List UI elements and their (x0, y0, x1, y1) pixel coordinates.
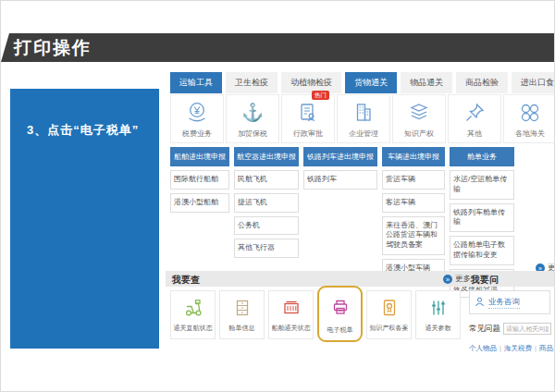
category-enterprise-management[interactable]: 企业管理 (337, 94, 390, 143)
menu-item[interactable]: 国际航行船舶 (170, 170, 229, 190)
page-title: 打印操作 (14, 36, 92, 60)
menu-item[interactable]: 水运/空运舱单传输 (450, 170, 514, 200)
section-vehicle-declaration: 车辆进出境申报 货运车辆 客运车辆 来往香港、澳门公路货运车辆和驾驶员备案 港澳… (382, 147, 445, 278)
customs-portal: 运输工具 卫生检疫 动植物检疫 货物通关 物品通关 商品检验 进出口食品 税费业… (166, 69, 555, 365)
tab-articles-clearance[interactable]: 物品通关 (401, 72, 452, 93)
category-tax-business[interactable]: 税费业务 (170, 94, 224, 143)
menu-item[interactable]: 公务机 (234, 216, 299, 236)
section-header[interactable]: 航空器进出境申报 (234, 147, 299, 166)
person-icon (475, 294, 485, 311)
printer-icon (330, 297, 351, 321)
query-label: 通关参数 (426, 324, 451, 333)
category-administrative-approval[interactable]: 热门 行政审批 (281, 94, 335, 143)
category-label: 知识产权 (404, 129, 434, 139)
scooter-icon (183, 298, 204, 322)
sliders-icon (428, 298, 449, 322)
section-aircraft-declaration: 航空器进出境申报 民航飞机 捷运飞机 公务机 其他飞行器 (234, 147, 299, 258)
tutorial-slide: 打印操作 3、点击“电子税单” 运输工具 卫生检疫 动植物检疫 货物通关 物品通… (0, 0, 555, 392)
tab-commodity-inspection[interactable]: 商品检验 (456, 72, 508, 93)
query-vessel-clearance-status[interactable]: 船舶通关状态 (268, 290, 314, 339)
four-circles-icon (518, 100, 542, 125)
category-processing-trade-bonded[interactable]: ⚓ 加贸保税 (226, 94, 279, 143)
section-header[interactable]: 舱单业务 (450, 147, 514, 166)
menu-item[interactable]: 公路舱单电子数据传输和变更 (450, 236, 514, 265)
hot-badge: 热门 (312, 91, 329, 100)
tab-goods-clearance[interactable]: 货物通关 (345, 72, 397, 93)
menu-item[interactable]: 客运车辆 (382, 193, 445, 213)
category-label: 税费业务 (182, 129, 212, 139)
query-electronic-tax-bill[interactable]: 电子税单 (317, 286, 363, 342)
query-manifest-info[interactable]: 舱单信息 (219, 290, 265, 339)
menu-item[interactable]: 货运车辆 (382, 170, 445, 190)
menu-item[interactable]: 铁路列车舱单传输 (450, 203, 514, 233)
query-clearance-status[interactable]: 通关直航状态 (170, 290, 216, 339)
stacked-layers-icon (407, 100, 431, 125)
tab-health-quarantine[interactable]: 卫生检疫 (226, 72, 278, 93)
link-separator: | (535, 344, 536, 353)
category-label: 其他 (467, 129, 482, 139)
faq-label: 常见问题 (469, 324, 500, 335)
hot-link-personal-items[interactable]: 个人物品 (469, 344, 497, 353)
file-cabinet-icon (232, 298, 253, 322)
more-label: 更多 (455, 274, 471, 285)
more-circle-icon (443, 275, 452, 284)
more-link[interactable]: 更多 (443, 274, 471, 285)
category-icon-row: 税费业务 ⚓ 加贸保税 热门 行政审批 (170, 94, 555, 143)
hot-link-customs-tax[interactable]: 海关税费 (504, 344, 532, 353)
category-intellectual-property[interactable]: 知识产权 (392, 94, 446, 143)
hot-question-links: 个人物品 | 海关税费 | 商品归类 (469, 344, 555, 353)
category-label: 各地海关 (515, 129, 545, 139)
query-label: 电子税单 (327, 325, 353, 335)
ask-panel: 业务咨询 常见问题 个人物品 | 海关税费 | 商品归类 (469, 290, 555, 353)
step-panel: 3、点击“电子税单” (10, 89, 159, 349)
menu-item[interactable]: 港澳小型船舶 (170, 193, 229, 213)
menu-item[interactable]: 来往香港、澳门公路货运车辆和驾驶员备案 (382, 216, 445, 255)
category-label: 加贸保税 (238, 129, 267, 139)
slide-title-bar: 打印操作 (1, 33, 554, 62)
step-note: 3、点击“电子税单” (27, 122, 159, 139)
query-clearance-parameters[interactable]: 通关参数 (415, 290, 461, 339)
category-other[interactable]: 其他 (448, 94, 501, 143)
cargo-container-icon (281, 298, 302, 322)
consult-label: 业务咨询 (488, 297, 520, 309)
query-label: 船舶通关状态 (272, 324, 311, 333)
yuan-coin-icon (185, 100, 209, 125)
section-header[interactable]: 船舶进出境申报 (170, 147, 229, 166)
tab-animal-plant-quarantine[interactable]: 动植物检疫 (281, 72, 341, 93)
query-shortcuts: 通关直航状态 舱单信息 (170, 290, 461, 342)
pushpin-icon (462, 100, 487, 125)
query-section-title: 我要查 (172, 274, 200, 287)
faq-search-input[interactable] (503, 323, 551, 335)
business-consult-link[interactable]: 业务咨询 (469, 290, 550, 314)
tab-import-export-food[interactable]: 进出口食品 (512, 72, 555, 93)
hot-link-commodity-classification[interactable]: 商品归类 (539, 344, 555, 353)
category-label: 企业管理 (349, 129, 378, 139)
section-header[interactable]: 铁路列车进出境申报 (303, 147, 377, 166)
query-ipr-record[interactable]: 知识产权备案 (366, 290, 412, 339)
query-label: 知识产权备案 (370, 324, 409, 333)
category-label: 行政审批 (293, 129, 323, 139)
building-icon (352, 100, 376, 125)
approval-document-icon (296, 100, 320, 125)
certificate-icon (379, 298, 400, 322)
link-separator: | (500, 344, 501, 353)
section-bar: 我要查 更多 我要问 (166, 271, 555, 287)
menu-item[interactable]: 民航飞机 (234, 170, 299, 190)
tab-transport-tools[interactable]: 运输工具 (170, 72, 222, 93)
category-regional-customs[interactable]: 各地海关 (503, 94, 555, 143)
ask-section-title: 我要问 (471, 274, 499, 287)
section-ship-declaration: 船舶进出境申报 国际航行船舶 港澳小型船舶 (170, 147, 229, 213)
menu-item[interactable]: 捷运飞机 (234, 193, 299, 213)
menu-item[interactable]: 其他飞行器 (234, 239, 299, 258)
anchor-icon: ⚓ (241, 100, 264, 125)
faq-row: 常见问题 (469, 323, 555, 335)
category-tabs: 运输工具 卫生检疫 动植物检疫 货物通关 物品通关 商品检验 进出口食品 (170, 72, 555, 93)
section-header[interactable]: 车辆进出境申报 (382, 147, 445, 166)
menu-item[interactable]: 铁路列车 (303, 170, 377, 190)
section-rail-declaration: 铁路列车进出境申报 铁路列车 (303, 147, 377, 190)
query-label: 舱单信息 (229, 324, 255, 333)
query-label: 通关直航状态 (174, 324, 213, 333)
